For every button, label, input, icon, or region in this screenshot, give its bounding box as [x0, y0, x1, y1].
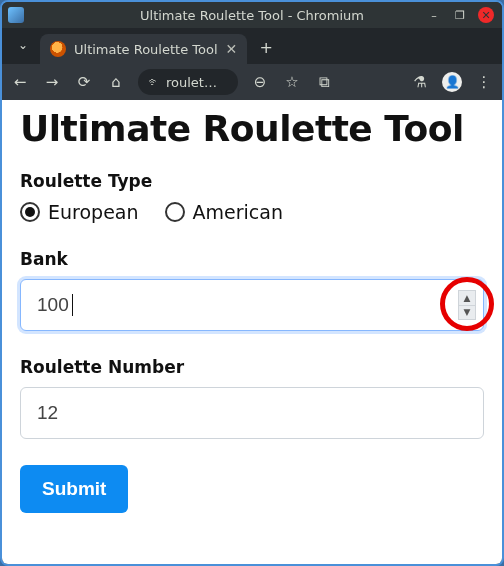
bank-field-wrap: ▲ ▼	[20, 279, 484, 331]
new-tab-button[interactable]: +	[253, 34, 279, 60]
labs-icon[interactable]: ⚗	[410, 72, 430, 92]
radio-european[interactable]	[20, 202, 40, 222]
browser-tab-active[interactable]: Ultimate Roulette Tool ✕	[40, 34, 247, 64]
roulette-number-input[interactable]	[20, 387, 484, 439]
roulette-type-group: European American	[20, 201, 484, 223]
bank-label: Bank	[20, 249, 484, 269]
site-info-icon[interactable]: ᯤ	[148, 75, 160, 89]
bank-input[interactable]	[20, 279, 484, 331]
zoom-icon[interactable]: ⊖	[250, 72, 270, 92]
window-close-button[interactable]: ✕	[478, 7, 494, 23]
home-button[interactable]: ⌂	[106, 72, 126, 92]
spinner-down-icon[interactable]: ▼	[459, 306, 475, 320]
browser-toolbar: ← → ⟳ ⌂ ᯤ roulet… ⊖ ☆ ⧉ ⚗ 👤 ⋮	[2, 64, 502, 100]
reload-button[interactable]: ⟳	[74, 72, 94, 92]
omnibox[interactable]: ᯤ roulet…	[138, 69, 238, 95]
window-minimize-button[interactable]: –	[426, 7, 442, 23]
bank-spinner[interactable]: ▲ ▼	[458, 290, 476, 320]
radio-american-label: American	[193, 201, 283, 223]
radio-american[interactable]	[165, 202, 185, 222]
roulette-type-label: Roulette Type	[20, 171, 484, 191]
back-button[interactable]: ←	[10, 72, 30, 92]
roulette-number-field-wrap	[20, 387, 484, 439]
spinner-up-icon[interactable]: ▲	[459, 291, 475, 306]
forward-button[interactable]: →	[42, 72, 62, 92]
extensions-icon[interactable]: ⧉	[314, 72, 334, 92]
bookmark-star-icon[interactable]: ☆	[282, 72, 302, 92]
favicon-icon	[50, 41, 66, 57]
window-titlebar: Ultimate Roulette Tool - Chromium – ❐ ✕	[2, 2, 502, 28]
omnibox-text: roulet…	[166, 75, 217, 90]
page-content: Ultimate Roulette Tool Roulette Type Eur…	[2, 100, 502, 564]
kebab-menu-icon[interactable]: ⋮	[474, 72, 494, 92]
roulette-number-label: Roulette Number	[20, 357, 484, 377]
search-tabs-button[interactable]: ⌄	[12, 34, 34, 56]
radio-european-label: European	[48, 201, 139, 223]
submit-button[interactable]: Submit	[20, 465, 128, 513]
text-caret	[72, 294, 73, 316]
page-title: Ultimate Roulette Tool	[20, 108, 484, 149]
tab-close-button[interactable]: ✕	[226, 41, 238, 57]
window-maximize-button[interactable]: ❐	[452, 7, 468, 23]
tab-title: Ultimate Roulette Tool	[74, 42, 218, 57]
tab-strip: ⌄ Ultimate Roulette Tool ✕ +	[2, 28, 502, 64]
chromium-window: Ultimate Roulette Tool - Chromium – ❐ ✕ …	[0, 0, 504, 566]
profile-avatar[interactable]: 👤	[442, 72, 462, 92]
